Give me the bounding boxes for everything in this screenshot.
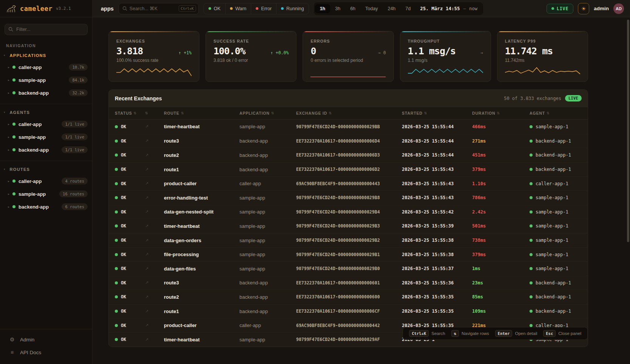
range-button-today[interactable]: Today [360, 4, 383, 13]
expand-icon[interactable]: ↗ [145, 323, 148, 328]
row-status: OK [121, 309, 126, 314]
expand-icon[interactable]: ↗ [145, 295, 148, 299]
table-row[interactable]: OK ↗ timer-heartbeat sample-app 90799F47… [109, 219, 588, 233]
status-dot-icon [530, 224, 533, 227]
table-row[interactable]: OK ↗ route1 backend-app EE7322370A10617-… [109, 162, 588, 177]
expand-icon[interactable]: ↗ [145, 195, 148, 200]
table-row[interactable]: OK ↗ data-gen-nested-split sample-app 90… [109, 205, 588, 219]
expand-icon[interactable]: ↗ [145, 153, 148, 158]
stat-card[interactable]: EXCHANGES 3.818 ↑ +1% 100.0% success rat… [108, 31, 199, 82]
table-row[interactable]: OK ↗ data-gen-orders sample-app 90799F47… [109, 233, 588, 247]
sidebar-item[interactable]: ▸ sample-app 1/1 live [0, 131, 92, 143]
column-header-route[interactable]: ROUTE⇅ [164, 111, 239, 115]
sidebar-item[interactable]: ▸ backend-app 32.2k [0, 86, 92, 99]
status-filter-chip[interactable]: OK [204, 3, 225, 14]
sidebar-filter-input[interactable] [5, 24, 88, 35]
sidebar-item-admin[interactable]: ⚙ Admin [0, 333, 92, 346]
sidebar-item-label: backend-app [19, 147, 49, 153]
sidebar-item-api-docs[interactable]: ≡ API Docs [0, 346, 92, 359]
table-row[interactable]: OK ↗ route3 backend-app EE7322370A10617-… [109, 134, 588, 148]
table-row[interactable]: OK ↗ route2 backend-app EE7322370A10617-… [109, 290, 588, 304]
live-toggle[interactable]: LIVE [547, 4, 573, 14]
stat-card[interactable]: THROUGHPUT 1.1 msg/s → 1.1 msg/s [400, 31, 491, 82]
table-row[interactable]: OK ↗ data-gen-files sample-app 90799F47E… [109, 261, 588, 276]
row-route: timer-heartbeat [164, 124, 239, 129]
row-agent: caller-app-1 [536, 181, 568, 186]
card-accent-bar [206, 31, 296, 32]
search-input[interactable] [130, 6, 179, 11]
navigation-label: NAVIGATION [6, 43, 92, 48]
sidebar-item[interactable]: ▸ caller-app 10.7k [0, 61, 92, 74]
search-box[interactable]: Ctrl+K [119, 3, 199, 14]
brand[interactable]: cameleer v3.2.1 [0, 0, 92, 17]
range-button-6h[interactable]: 6h [345, 4, 360, 13]
row-started: 2026-03-25 15:55:44 [402, 124, 472, 129]
avatar[interactable]: AD [613, 3, 624, 14]
sidebar-section-header[interactable]: ▾ AGENTS [0, 108, 92, 118]
row-application: backend-app [239, 138, 296, 144]
range-button-7d[interactable]: 7d [400, 4, 415, 13]
status-dot-icon [530, 125, 533, 128]
column-header-duration[interactable]: DURATION⇅ [472, 111, 530, 115]
table-row[interactable]: OK ↗ error-handling-test sample-app 9079… [109, 190, 588, 205]
expand-icon[interactable]: ↗ [145, 266, 148, 271]
status-filter-chip[interactable]: Warn [225, 3, 251, 14]
scrollbar[interactable] [627, 20, 629, 242]
column-header-status[interactable]: STATUS⇅ [115, 111, 145, 115]
expand-icon[interactable]: ↗ [145, 181, 148, 186]
table-row[interactable]: OK ↗ route1 backend-app EE7322370A10617-… [109, 304, 588, 318]
table-body: OK ↗ timer-heartbeat sample-app 90799F47… [109, 120, 588, 347]
status-filter-chip[interactable]: Error [251, 3, 276, 14]
row-exchange-id: EE7322370A10617-0000000000000600 [296, 294, 402, 299]
expand-icon[interactable]: ↗ [145, 280, 148, 285]
theme-toggle-button[interactable]: ☀ [578, 3, 589, 14]
range-button-3h[interactable]: 3h [330, 4, 345, 13]
stat-card[interactable]: SUCCESS RATE 100.0% ↑ +0.0% 3.818 ok / 0… [205, 31, 296, 82]
table-row[interactable]: OK ↗ route2 backend-app EE7322370A10617-… [109, 148, 588, 162]
sidebar-item[interactable]: ▸ backend-app 6 routes [0, 200, 92, 213]
hint-key: ⇅ [451, 330, 459, 337]
status-dot-icon [115, 324, 118, 327]
table-row[interactable]: OK ↗ route3 backend-app EE7322370A10617-… [109, 276, 588, 290]
stat-card[interactable]: ERRORS 0 → 0 0 errors in selected period [303, 31, 394, 82]
column-header-exchange-id[interactable]: EXCHANGE ID⇅ [296, 111, 402, 115]
sidebar-item-badge: 1/1 live [62, 146, 88, 153]
expand-icon[interactable]: ↗ [145, 138, 148, 143]
status-dot-icon [12, 180, 15, 183]
column-header-agent[interactable]: AGENT⇅ [530, 111, 582, 115]
expand-icon[interactable]: ↗ [145, 167, 148, 172]
column-header-started[interactable]: STARTED⇅ [402, 111, 472, 115]
sidebar-item[interactable]: ▸ sample-app 16 routes [0, 187, 92, 200]
sidebar-item[interactable]: ▸ caller-app 4 routes [0, 175, 92, 187]
stat-card-delta: → [480, 50, 483, 55]
table-row[interactable]: OK ↗ product-caller caller-app 69AC90BF8… [109, 176, 588, 190]
sidebar-item[interactable]: ▸ caller-app 1/1 live [0, 118, 92, 131]
datetime-range[interactable]: 25. März 14:55–now [415, 6, 482, 11]
brand-version: v3.2.1 [56, 6, 71, 11]
stat-card[interactable]: LATENCY P99 11.742 ms 11.742ms [497, 31, 588, 82]
expand-icon[interactable]: ↗ [145, 224, 148, 229]
row-exchange-id: 90799F47E6CD24D-00000000000029B2 [296, 238, 402, 243]
expand-icon[interactable]: ↗ [145, 309, 148, 314]
sidebar-item-badge: 1/1 live [62, 121, 88, 127]
stat-card-delta: → 0 [378, 50, 386, 55]
range-button-24h[interactable]: 24h [383, 4, 400, 13]
status-filter-chip[interactable]: Running [276, 3, 309, 14]
column-header-application[interactable]: APPLICATION⇅ [239, 111, 296, 115]
row-exchange-id: EE7322370A10617-00000000000006D4 [296, 138, 402, 144]
expand-icon[interactable]: ↗ [145, 252, 148, 257]
sidebar-section-header[interactable]: ▾ ROUTES [0, 165, 92, 175]
range-button-1h[interactable]: 1h [315, 4, 330, 13]
sidebar-item[interactable]: ▸ backend-app 1/1 live [0, 143, 92, 156]
sidebar-section-header[interactable]: ▾ APPLICATIONS [0, 51, 92, 61]
expand-icon[interactable]: ↗ [145, 238, 148, 243]
chevron-right-icon: ▸ [8, 66, 9, 69]
sidebar-item[interactable]: ▸ sample-app 84.1k [0, 74, 92, 86]
expand-icon[interactable]: ↗ [145, 209, 148, 214]
chevron-down-icon: ▾ [4, 168, 5, 171]
table-row[interactable]: OK ↗ timer-heartbeat sample-app 90799F47… [109, 120, 588, 134]
column-header-expand[interactable]: ⇅ [145, 111, 164, 115]
table-row[interactable]: OK ↗ file-processing sample-app 90799F47… [109, 247, 588, 261]
expand-icon[interactable]: ↗ [145, 124, 148, 129]
expand-icon[interactable]: ↗ [145, 337, 148, 342]
